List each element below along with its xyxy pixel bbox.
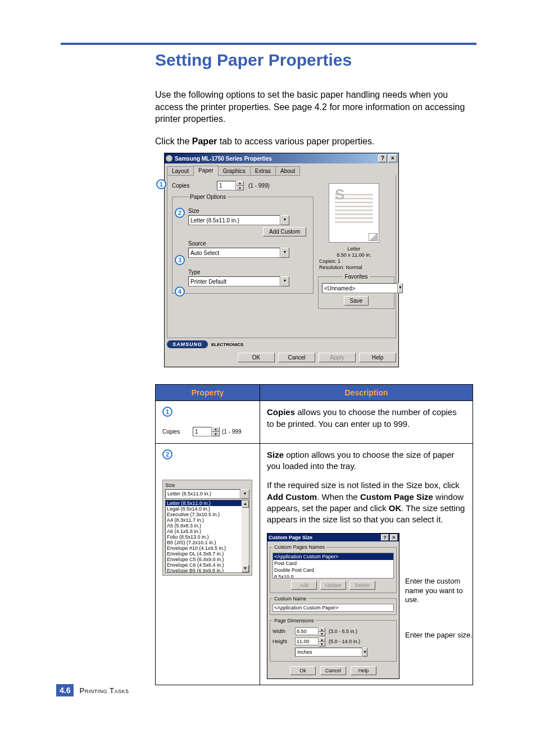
tab-extras[interactable]: Extras bbox=[250, 166, 276, 176]
help-title-button[interactable]: ? bbox=[378, 154, 387, 162]
intro-paragraph: Use the following options to set the bas… bbox=[155, 89, 473, 125]
row2-callout: 2 bbox=[162, 449, 172, 459]
source-value[interactable] bbox=[188, 248, 280, 258]
preview-logo: S bbox=[335, 186, 344, 203]
size-label: Size bbox=[188, 208, 308, 214]
chevron-down-icon[interactable]: ▼ bbox=[240, 489, 249, 499]
chevron-down-icon[interactable]: ▼ bbox=[398, 283, 403, 293]
size-option[interactable]: Envelope C6 (4.5x6.4 in.) bbox=[166, 562, 242, 568]
source-label: Source bbox=[188, 240, 308, 247]
cps-units-dropdown[interactable]: ▼ bbox=[295, 648, 329, 657]
cps-custom-name-input[interactable] bbox=[272, 604, 394, 612]
preview-copies: Copies: 1 bbox=[319, 258, 391, 264]
size-option[interactable]: A5 (5.8x8.3 in.) bbox=[166, 523, 242, 529]
size-option[interactable]: Folio (8.5x13.0 in.) bbox=[166, 534, 242, 540]
type-label: Type bbox=[188, 269, 308, 275]
preview-resolution: Resolution: Normal bbox=[319, 265, 391, 270]
brand-logo: SAMSUNG bbox=[167, 340, 208, 348]
row1-copies-input[interactable] bbox=[193, 427, 212, 436]
tab-about[interactable]: About bbox=[275, 166, 300, 176]
type-dropdown[interactable]: ▼ bbox=[188, 276, 289, 286]
size-selected-value[interactable] bbox=[165, 489, 240, 499]
size-option[interactable]: Legal (8.5x14.0 in.) bbox=[166, 506, 242, 512]
property-table: Property Description 1 Copies ▲▼ (1 - 99… bbox=[155, 384, 473, 685]
cps-units-value[interactable] bbox=[295, 648, 362, 657]
size-option[interactable]: Envelope #10 (4.1x9.5 in.) bbox=[166, 545, 242, 551]
favorites-dropdown[interactable]: ▼ bbox=[322, 283, 390, 293]
size-value[interactable] bbox=[188, 215, 280, 225]
cps-delete-button[interactable]: Delete bbox=[349, 581, 375, 590]
ok-button[interactable]: OK bbox=[238, 353, 275, 362]
cps-cancel-button[interactable]: Cancel bbox=[320, 666, 346, 675]
row2-desc1-rest: option allows you to choose the size of … bbox=[267, 450, 455, 471]
preview-size-dim: 8.50 x 11.00 in. bbox=[317, 252, 391, 258]
cps-height-spinner[interactable]: ▲▼ bbox=[319, 637, 325, 646]
cps-custom-name-legend: Custom Name bbox=[272, 595, 308, 602]
row2-desc1-bold: Size bbox=[267, 450, 284, 459]
size-option[interactable]: Executive (7.3x10.5 in.) bbox=[166, 512, 242, 517]
cps-width-spinner[interactable]: ▲▼ bbox=[319, 627, 325, 636]
help-button[interactable]: Help bbox=[359, 353, 396, 362]
size-option-list[interactable]: Letter (8.5x11.0 in.)Legal (8.5x14.0 in.… bbox=[165, 500, 249, 573]
favorites-value[interactable] bbox=[322, 283, 398, 293]
cps-names-list[interactable]: <Application Custom Paper>Post CardDoubl… bbox=[272, 553, 394, 579]
add-custom-button[interactable]: Add Custom bbox=[263, 227, 306, 236]
close-title-button[interactable]: × bbox=[388, 154, 397, 162]
annot-paper-size: Enter the paper size. bbox=[405, 631, 473, 640]
cps-ok-button[interactable]: Ok bbox=[290, 666, 316, 675]
size-option[interactable]: Envelope DL (4.3x8.7 in.) bbox=[166, 551, 242, 557]
cps-name-item[interactable]: Double Post Card bbox=[273, 567, 393, 573]
cps-add-button[interactable]: Add bbox=[291, 581, 317, 590]
callout-4: 4 bbox=[175, 286, 185, 297]
th-property: Property bbox=[156, 385, 260, 401]
cps-height-input[interactable] bbox=[295, 637, 319, 645]
chevron-down-icon[interactable]: ▼ bbox=[362, 648, 367, 657]
chevron-down-icon[interactable]: ▼ bbox=[280, 215, 289, 225]
row1-copies-spinner[interactable]: ▲▼ bbox=[212, 427, 220, 436]
cps-name-item[interactable]: Post Card bbox=[273, 560, 393, 567]
copies-input[interactable] bbox=[217, 181, 236, 190]
cps-width-label: Width bbox=[272, 628, 295, 635]
save-favorite-button[interactable]: Save bbox=[344, 296, 369, 306]
size-option[interactable]: Envelope B5 (6.9x9.8 in.) bbox=[166, 568, 242, 573]
page-title: Setting Paper Properties bbox=[155, 51, 480, 70]
tab-layout[interactable]: Layout bbox=[167, 166, 194, 176]
row2-desc2: If the required size is not listed in th… bbox=[267, 480, 466, 525]
help-title-button[interactable]: ? bbox=[381, 534, 389, 541]
size-listbox-crop: Size ▼ Letter (8.5x11.0 in.)Legal (8.5x1… bbox=[162, 480, 252, 576]
cps-name-item[interactable]: <Application Custom Paper> bbox=[273, 553, 393, 560]
cps-width-input[interactable] bbox=[295, 627, 319, 635]
size-option[interactable]: Letter (8.5x11.0 in.) bbox=[166, 500, 242, 506]
cps-update-button[interactable]: Update bbox=[320, 581, 346, 590]
page-fold-icon bbox=[369, 233, 378, 241]
source-dropdown[interactable]: ▼ bbox=[188, 248, 289, 258]
tab-paper[interactable]: Paper bbox=[193, 166, 219, 175]
custom-page-size-dialog: Custom Page Size ? × Custom Pages Names … bbox=[267, 533, 399, 679]
cancel-button[interactable]: Cancel bbox=[278, 353, 315, 362]
paper-options-legend: Paper Options bbox=[188, 194, 228, 200]
size-option[interactable]: A6 (4.1x5.8 in.) bbox=[166, 529, 242, 534]
chevron-down-icon[interactable]: ▼ bbox=[280, 276, 289, 286]
copies-range: (1 - 999) bbox=[248, 183, 270, 189]
size-option[interactable]: Envelope C5 (6.4x9.0 in.) bbox=[166, 557, 242, 562]
properties-dialog: Samsung ML-1750 Series Properties ? × La… bbox=[164, 153, 399, 367]
copies-spinner[interactable]: ▲▼ bbox=[236, 181, 244, 190]
th-description: Description bbox=[260, 385, 473, 401]
type-value[interactable] bbox=[188, 276, 280, 286]
header-rule bbox=[61, 43, 476, 45]
cps-help-button[interactable]: Help bbox=[351, 666, 376, 675]
callout-2: 2 bbox=[175, 208, 185, 218]
chevron-down-icon[interactable]: ▼ bbox=[280, 248, 289, 258]
size-option[interactable]: B5 (JIS) (7.2x10.1 in.) bbox=[166, 540, 242, 545]
scrollbar[interactable]: ▲▼ bbox=[242, 500, 249, 572]
size-option[interactable]: A4 (8.3x11.7 in.) bbox=[166, 517, 242, 523]
tab-graphics[interactable]: Graphics bbox=[218, 166, 251, 176]
paper-options-group: Paper Options 2 Size ▼ Add Custom 3 Sour… bbox=[172, 194, 314, 294]
row1-desc-rest: allows you to choose the number of copie… bbox=[267, 407, 457, 428]
close-title-button[interactable]: × bbox=[390, 534, 398, 541]
cps-name-item[interactable]: 8.5x10.0 bbox=[273, 573, 393, 579]
size-dropdown[interactable]: ▼ bbox=[188, 215, 289, 225]
apply-button[interactable]: Apply bbox=[319, 353, 356, 362]
brand-bar: SAMSUNG ELECTRONICS bbox=[167, 340, 396, 348]
annot-custom-name: Enter the custom name you want to use. bbox=[405, 577, 473, 604]
